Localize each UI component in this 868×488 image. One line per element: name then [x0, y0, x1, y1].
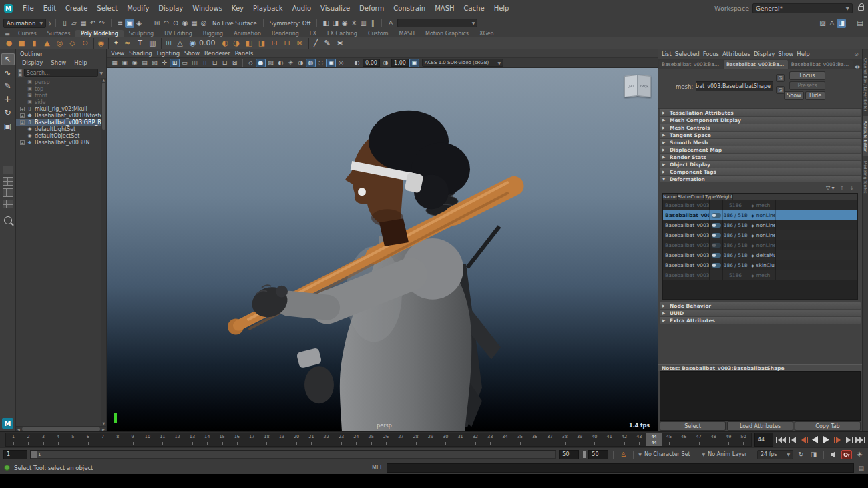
sidebar-vertical-tab[interactable]: Channel Box / Layer Editor	[863, 53, 868, 116]
shelf-tab[interactable]: XGen	[474, 30, 499, 37]
scroll-left-icon[interactable]: ◀	[16, 427, 21, 431]
outliner-menu-item[interactable]: Display	[19, 59, 46, 67]
attribute-editor-menu-item[interactable]: Help	[797, 51, 813, 57]
live-surface-field[interactable]: No Live Surface	[210, 20, 259, 27]
outliner-item[interactable]: + ◉ defaultLightSet	[16, 126, 101, 132]
shelf-tab[interactable]: FX	[304, 30, 322, 37]
attribute-editor-menu-item[interactable]: Show	[778, 51, 797, 57]
attribute-section[interactable]: ▶ Displacement Map	[660, 146, 861, 153]
scale-tool-icon[interactable]: ▣	[1, 120, 15, 132]
view-cube-back-face[interactable]: BACK	[638, 75, 651, 97]
shelf-tab[interactable]: Motion Graphics	[420, 30, 474, 37]
sculpt-tool-shelf-icon[interactable]: ✦	[108, 38, 121, 49]
deformer-row[interactable]: Baseballbat_v003:flare1 5186 / 5186 ◆non…	[663, 230, 857, 240]
frame-26[interactable]: 26	[379, 433, 393, 446]
color-management-icon[interactable]: ▣	[409, 59, 419, 67]
menu-set-select[interactable]: Animation▼	[3, 19, 46, 28]
frame-33[interactable]: 33	[483, 433, 497, 446]
weight-cell[interactable]	[776, 250, 857, 260]
shelf-tab[interactable]: Poly Modeling	[75, 30, 123, 37]
textured-icon[interactable]: ▨	[266, 59, 276, 67]
frame-19[interactable]: 19	[274, 433, 289, 446]
save-scene-icon[interactable]: ▦	[79, 19, 88, 28]
frame-45[interactable]: 45	[662, 433, 676, 446]
menu-item[interactable]: Edit	[39, 3, 61, 13]
two-d-pan-zoom-icon[interactable]: ✛	[160, 59, 170, 67]
separate-shelf-icon[interactable]: ◨	[256, 38, 268, 49]
tool-settings-toggle-icon[interactable]: ☰	[846, 19, 855, 28]
viewport-canvas[interactable]: LEFT BACK persp 1.4 fps	[107, 68, 658, 431]
menu-item[interactable]: Modify	[122, 3, 154, 13]
playback-end-field[interactable]: 50	[559, 450, 579, 459]
attribute-section[interactable]: ▶ Render Stats	[660, 154, 861, 160]
footer-button[interactable]: Load Attributes	[727, 421, 793, 431]
frame-41[interactable]: 41	[602, 433, 617, 446]
tab-scroll-left-icon[interactable]: ◀	[854, 64, 857, 69]
frame-39[interactable]: 39	[572, 433, 587, 446]
character-select-icon[interactable]: ♙	[386, 19, 395, 28]
gamma-field[interactable]: 1.00	[391, 59, 409, 67]
frame-13[interactable]: 13	[185, 433, 200, 446]
weight-cell[interactable]	[776, 210, 857, 220]
lasso-tool-icon[interactable]: ∿	[1, 67, 15, 79]
expander-icon[interactable]: +	[20, 120, 25, 125]
node-tab[interactable]: Baseballbat_v003:BaseballbatShape	[724, 60, 788, 69]
three-pane-layout-button[interactable]	[3, 200, 13, 208]
menu-item[interactable]: Key	[227, 3, 248, 13]
frame-9[interactable]: 9	[126, 433, 140, 446]
frame-37[interactable]: 37	[542, 433, 557, 446]
range-end-handle[interactable]	[583, 451, 586, 458]
column-header[interactable]: Count	[690, 194, 705, 200]
four-pane-layout-button[interactable]	[3, 177, 13, 186]
safe-action-icon[interactable]: ⊟	[220, 59, 230, 67]
symmetry-field[interactable]: Symmetry: Off	[268, 20, 313, 27]
shaded-icon[interactable]: ●	[256, 59, 266, 67]
animation-preferences-icon[interactable]: ✳	[855, 450, 865, 459]
attribute-editor-toggle-icon[interactable]: ◨	[837, 19, 846, 28]
outliner-item[interactable]: + ▣ side	[16, 99, 101, 105]
snap-to-point-icon[interactable]: ⊙	[171, 19, 180, 28]
fps-select[interactable]: 24 fps▼	[757, 450, 793, 459]
shelf-tab[interactable]: UV Editing	[159, 30, 198, 37]
frame-46[interactable]: 46	[676, 433, 691, 446]
attribute-section[interactable]: ▶ Component Tags	[660, 168, 861, 175]
focus-button[interactable]: Focus	[789, 71, 825, 80]
step-forward-frame-button[interactable]	[844, 435, 854, 445]
scroll-thumb[interactable]	[102, 83, 105, 130]
attribute-editor-menu-item[interactable]: Focus	[703, 51, 722, 57]
expander-icon[interactable]: +	[20, 113, 25, 118]
select-tool-icon[interactable]: ↖	[1, 53, 15, 65]
menu-item[interactable]: Visualize	[316, 3, 355, 13]
maya-badge-icon[interactable]: M	[2, 418, 13, 429]
outliner-item[interactable]: + ▣ top	[16, 85, 101, 92]
step-back-key-button[interactable]	[799, 435, 809, 445]
go-to-end-button[interactable]	[855, 435, 865, 445]
menu-item[interactable]: Deform	[355, 3, 389, 13]
make-object-live-icon[interactable]: ◎	[199, 19, 208, 28]
frame-42[interactable]: 42	[617, 433, 632, 446]
outliner-search-input[interactable]	[24, 69, 99, 77]
menu-item[interactable]: Windows	[188, 3, 227, 13]
gate-mask-icon[interactable]: ▯	[200, 59, 210, 67]
shadows-icon[interactable]: ◑	[296, 59, 306, 67]
play-backwards-button[interactable]	[810, 435, 820, 445]
playblast-icon[interactable]: ◨	[809, 450, 819, 459]
outliner-menu-item[interactable]: Help	[71, 59, 90, 67]
attribute-section[interactable]: ▶ Tessellation Attributes	[660, 109, 861, 116]
weight-cell[interactable]	[776, 260, 857, 270]
frame-15[interactable]: 15	[214, 433, 229, 446]
frame-28[interactable]: 28	[408, 433, 423, 446]
column-header[interactable]: Name	[663, 194, 678, 200]
attribute-editor-menu-item[interactable]: Display	[754, 51, 778, 57]
scroll-down-icon[interactable]: ▼	[103, 421, 105, 426]
group-expander-icon[interactable]: ❯	[48, 21, 51, 25]
undo-icon[interactable]: ↶	[88, 19, 97, 28]
frame-48[interactable]: 48	[706, 433, 721, 446]
script-editor-icon[interactable]: ▤	[858, 465, 864, 471]
attribute-section[interactable]: ▶ Tangent Space	[660, 132, 861, 138]
frame-35[interactable]: 35	[513, 433, 527, 446]
viewport-menu-item[interactable]: Lighting	[157, 50, 184, 57]
menu-item[interactable]: Playback	[248, 3, 288, 13]
frame-12[interactable]: 12	[170, 433, 184, 446]
frame-30[interactable]: 30	[438, 433, 453, 446]
